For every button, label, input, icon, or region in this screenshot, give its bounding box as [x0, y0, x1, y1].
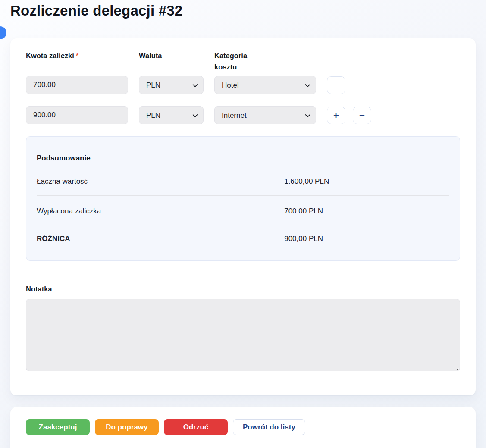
amount-input[interactable] [26, 76, 128, 94]
summary-label: RÓŻNICA [37, 235, 284, 243]
category-select-wrap: Internet [214, 106, 316, 124]
amount-label: Kwota zaliczki [26, 52, 74, 60]
amount-column-header: Kwota zaliczki* [26, 50, 128, 62]
remove-row-button[interactable]: − [327, 76, 345, 94]
expense-row: PLN Hotel − [26, 76, 460, 94]
note-label: Notatka [26, 285, 460, 293]
add-row-button[interactable]: + [327, 107, 345, 124]
row-actions: + − [327, 107, 460, 124]
summary-label: Wypłacona zaliczka [37, 207, 284, 216]
revise-button[interactable]: Do poprawy [95, 419, 159, 435]
note-textarea[interactable] [26, 299, 460, 371]
expense-row: PLN Internet + − [26, 106, 460, 124]
plus-icon: + [333, 110, 339, 120]
summary-value: 1.600,00 PLN [284, 177, 449, 186]
category-label: Kategoria kosztu [214, 50, 254, 72]
currency-column-header: Waluta [139, 50, 204, 62]
minus-icon: − [333, 80, 339, 90]
amount-input[interactable] [26, 106, 128, 124]
row-actions: − [327, 76, 460, 94]
page-title: Rozliczenie delegacji #32 [10, 3, 486, 19]
currency-select-wrap: PLN [139, 76, 204, 94]
minus-icon: − [359, 110, 365, 120]
summary-label: Łączna wartość [37, 177, 284, 186]
column-headers: Kwota zaliczki* Waluta Kategoria kosztu [26, 50, 460, 72]
summary-value: 900,00 PLN [284, 235, 449, 243]
category-column-header: Kategoria kosztu [214, 50, 316, 72]
summary-value: 700.00 PLN [284, 207, 449, 216]
chat-widget-badge[interactable] [0, 26, 6, 39]
category-select-wrap: Hotel [214, 76, 316, 94]
summary-row-difference: RÓŻNICA 900,00 PLN [37, 235, 449, 243]
summary-row-paid-advance: Wypłacona zaliczka 700.00 PLN [37, 207, 449, 216]
actions-card: Zaakceptuj Do poprawy Odrzuć Powrót do l… [10, 407, 476, 448]
currency-select-wrap: PLN [139, 106, 204, 124]
summary-panel: Podsumowanie Łączna wartość 1.600,00 PLN… [26, 136, 460, 261]
back-to-list-button[interactable]: Powrót do listy [233, 419, 305, 435]
summary-row-total: Łączna wartość 1.600,00 PLN [37, 177, 449, 186]
currency-select[interactable]: PLN [139, 106, 204, 124]
required-marker: * [76, 52, 78, 60]
remove-row-button[interactable]: − [353, 107, 371, 124]
reject-button[interactable]: Odrzuć [164, 419, 228, 435]
summary-divider [37, 195, 449, 196]
category-select[interactable]: Hotel [214, 76, 316, 94]
approve-button[interactable]: Zaakceptuj [26, 419, 90, 435]
category-select[interactable]: Internet [214, 106, 316, 124]
currency-select[interactable]: PLN [139, 76, 204, 94]
summary-title: Podsumowanie [37, 154, 449, 163]
settlement-form-card: Kwota zaliczki* Waluta Kategoria kosztu … [10, 38, 476, 395]
